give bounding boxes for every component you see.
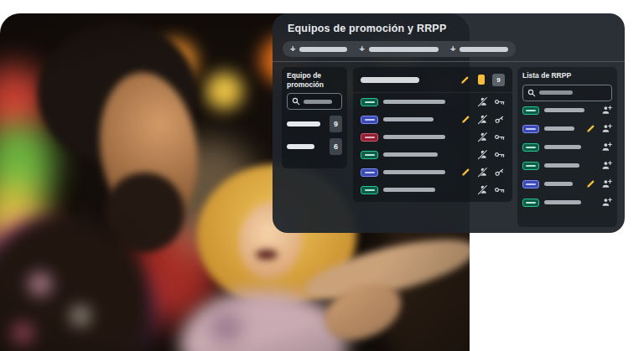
row-placeholder-bar — [287, 144, 314, 149]
search-icon — [527, 89, 536, 97]
rrpp-name-bar — [544, 145, 581, 149]
promo-team-title: Equipo de promoción — [287, 71, 342, 89]
add-item-pill[interactable]: + — [359, 44, 438, 54]
role-tag-red — [361, 133, 378, 142]
plus-icon: + — [450, 44, 455, 54]
panel-title: Equipos de promoción y RRPP — [288, 23, 446, 34]
person-add-icon[interactable] — [601, 178, 612, 189]
person-add-icon[interactable] — [601, 197, 612, 208]
role-tag-green — [361, 186, 378, 194]
role-tag-green — [361, 98, 378, 106]
role-tag-blue — [361, 116, 378, 124]
role-tag-green — [361, 151, 378, 159]
rrpp-row[interactable] — [522, 101, 612, 120]
member-name-bar — [383, 100, 445, 104]
role-tag-blue — [361, 168, 378, 177]
header-divider — [273, 61, 625, 62]
rrpp-row[interactable] — [522, 157, 612, 175]
edit-icon[interactable] — [460, 114, 471, 125]
pill-placeholder-bar — [299, 47, 347, 52]
edit-icon[interactable] — [460, 167, 471, 178]
role-tag-green — [522, 162, 539, 170]
rrpp-list-card: Lista de RRPP — [517, 67, 617, 227]
promo-team-row[interactable]: 9 — [287, 116, 342, 132]
search-placeholder-bar — [539, 90, 573, 95]
key-icon[interactable] — [494, 149, 505, 160]
key-icon[interactable] — [494, 132, 505, 142]
team-member-row[interactable] — [353, 128, 512, 146]
rrpp-name-bar — [544, 200, 581, 204]
promo-team-search-input[interactable] — [287, 93, 342, 110]
person-off-icon[interactable] — [477, 96, 488, 107]
rrpp-name-bar — [544, 108, 584, 112]
person-off-icon[interactable] — [477, 167, 488, 178]
team-member-row[interactable] — [353, 93, 512, 111]
pill-placeholder-bar — [369, 47, 439, 52]
person-add-icon[interactable] — [601, 123, 612, 134]
role-tag-green — [522, 106, 539, 115]
team-detail-header: 9 — [353, 67, 512, 93]
member-name-bar — [383, 188, 435, 192]
team-member-row[interactable] — [353, 163, 512, 181]
person-off-icon[interactable] — [477, 114, 488, 125]
role-tag-blue — [522, 125, 539, 133]
member-count-badge: 9 — [492, 74, 505, 86]
count-badge: 9 — [330, 116, 342, 132]
key-icon[interactable] — [494, 96, 505, 107]
team-detail-card: 9 — [353, 67, 512, 202]
role-tag-green — [522, 199, 539, 207]
yellow-tag-icon[interactable] — [478, 75, 485, 85]
row-placeholder-bar — [287, 121, 320, 126]
team-member-row[interactable] — [353, 146, 512, 163]
rrpp-row[interactable] — [522, 194, 612, 212]
person-add-icon[interactable] — [601, 142, 612, 152]
plus-icon: + — [359, 44, 364, 54]
role-tag-green — [522, 143, 539, 152]
count-badge: 6 — [330, 138, 342, 155]
search-icon — [292, 97, 300, 106]
team-member-row[interactable] — [353, 181, 512, 199]
screenshot-canvas: Equipos de promoción y RRPP +++ Equipo d… — [0, 0, 644, 351]
rrpp-name-bar — [544, 163, 579, 168]
person-add-icon[interactable] — [601, 160, 612, 171]
teams-panel: Equipos de promoción y RRPP +++ Equipo d… — [273, 13, 625, 233]
team-member-row[interactable] — [353, 111, 512, 128]
edit-icon[interactable] — [460, 75, 470, 85]
person-off-icon[interactable] — [477, 149, 488, 160]
member-name-bar — [383, 152, 438, 157]
rrpp-row[interactable] — [522, 120, 612, 138]
person-off-icon[interactable] — [477, 184, 488, 195]
edit-icon[interactable] — [585, 123, 596, 134]
rrpp-list-title: Lista de RRPP — [522, 71, 612, 80]
edit-icon[interactable] — [585, 178, 596, 189]
key-off-icon[interactable] — [494, 167, 505, 178]
add-item-pill[interactable]: + — [450, 44, 508, 54]
promo-team-card: Equipo de promoción 96 — [282, 67, 347, 168]
member-name-bar — [383, 170, 445, 174]
plus-icon: + — [290, 44, 295, 54]
add-pills-bar: +++ — [283, 41, 516, 57]
person-off-icon[interactable] — [477, 132, 488, 142]
search-placeholder-bar — [304, 100, 332, 104]
rrpp-row[interactable] — [522, 175, 612, 194]
rrpp-name-bar — [544, 126, 574, 131]
rrpp-search-input[interactable] — [522, 85, 612, 101]
rrpp-row[interactable] — [522, 138, 612, 157]
key-off-icon[interactable] — [494, 114, 505, 125]
add-item-pill[interactable]: + — [290, 44, 347, 54]
role-tag-blue — [522, 180, 539, 188]
pill-placeholder-bar — [460, 47, 508, 52]
rrpp-name-bar — [544, 182, 573, 186]
member-name-bar — [383, 135, 445, 139]
person-add-icon[interactable] — [601, 105, 612, 116]
team-name-bar — [361, 77, 419, 83]
key-icon[interactable] — [494, 184, 505, 195]
member-name-bar — [383, 117, 434, 121]
promo-team-row[interactable]: 6 — [287, 138, 342, 155]
